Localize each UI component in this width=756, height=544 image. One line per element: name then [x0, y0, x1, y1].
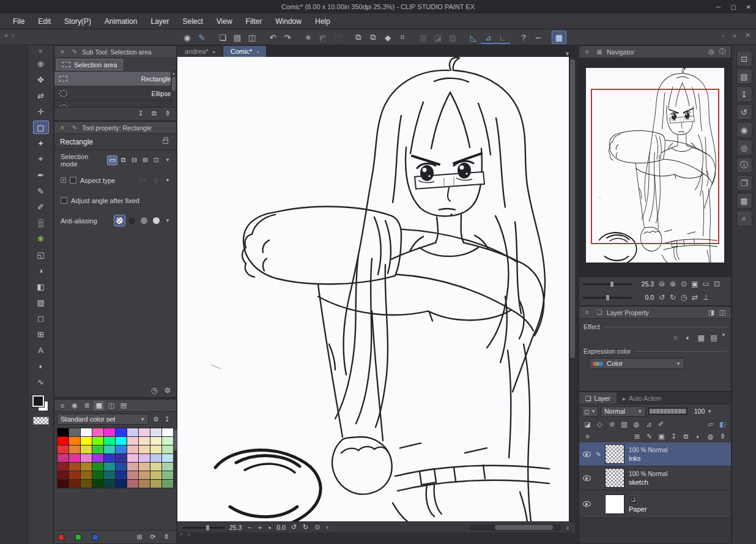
color-swatch[interactable] [116, 428, 127, 436]
panel-menu-icon[interactable]: ≡ [57, 124, 67, 131]
color-swatch[interactable] [127, 445, 138, 453]
tablet-mode-icon[interactable]: ▦ [552, 31, 566, 44]
color-swatch[interactable] [162, 445, 173, 453]
crop-icon[interactable]: ⌗ [395, 31, 410, 44]
color-swatch[interactable] [81, 428, 92, 436]
layer-visibility-toggle[interactable] [581, 475, 592, 481]
scrollbar-thumb[interactable] [174, 430, 177, 450]
rotate-left-icon[interactable]: ↺ [290, 523, 298, 531]
border-effect-icon[interactable]: ○ [670, 332, 681, 343]
help-icon[interactable]: ? [516, 31, 531, 44]
color-swatch[interactable] [162, 463, 173, 471]
blend-tool[interactable]: ◑ [33, 264, 49, 277]
color-swatch[interactable] [92, 437, 103, 445]
collapse-right2-icon[interactable]: › [720, 32, 726, 39]
fit-to-window-icon[interactable]: ▪ [267, 524, 272, 531]
snapshot-icon[interactable]: ▥ [416, 31, 431, 44]
rotate-right-icon[interactable]: ↻ [667, 292, 678, 303]
collapse-left-icon[interactable]: « [2, 31, 10, 39]
actual-size-icon[interactable]: ⊡ [711, 278, 722, 289]
layer-thumbnail[interactable] [605, 444, 624, 464]
color-swatch[interactable] [69, 437, 80, 445]
color-swatch[interactable] [127, 437, 138, 445]
auto-select-tool[interactable]: ✦ [33, 136, 49, 150]
aa-weak-icon[interactable] [127, 215, 137, 226]
rotate-right-icon[interactable]: ↻ [302, 523, 309, 531]
delete-layer-icon[interactable]: ⚱ [717, 431, 728, 442]
expander-icon[interactable]: + [61, 177, 66, 183]
zoom-out-button[interactable]: − [246, 524, 252, 531]
panel-menu-icon[interactable]: ≡ [582, 48, 592, 55]
opacity-stepper-icon[interactable]: ▼ [707, 409, 712, 414]
subtool-item[interactable]: Ellipse [54, 86, 176, 101]
color-swatch[interactable] [57, 428, 69, 436]
navigator-thumbnail-image[interactable] [586, 68, 724, 263]
color-swatch[interactable] [116, 445, 127, 453]
color-swatch[interactable] [116, 437, 127, 445]
lock-icon[interactable] [163, 140, 168, 144]
layer-palette-color-icon[interactable]: ◧ [717, 419, 728, 430]
minimize-button[interactable]: ─ [716, 4, 721, 10]
canvas-viewport[interactable] [177, 57, 569, 521]
color-swatch[interactable] [162, 454, 173, 462]
layer-row-inks[interactable]: ✎ 100 % Normal inks [579, 442, 731, 466]
color-swatch[interactable] [92, 480, 103, 488]
layer-list-mode-icon[interactable]: ≡ [582, 431, 593, 442]
color-swatch[interactable] [150, 428, 161, 436]
navigator-zoom-slider[interactable] [583, 280, 632, 288]
move-layer-tool[interactable]: ✛ [33, 105, 49, 118]
document-tab-andrea[interactable]: andrea* ● [177, 46, 223, 57]
color-swatch[interactable] [150, 463, 161, 471]
opacity-slider[interactable] [648, 408, 687, 415]
color-swatch[interactable] [92, 428, 103, 436]
fit-to-screen-icon[interactable]: ▣ [689, 278, 700, 289]
color-swatch[interactable] [69, 480, 80, 488]
colorset-menu-icon[interactable]: ≡ [57, 401, 68, 411]
move-canvas-tool[interactable]: ✥ [33, 73, 49, 86]
color-swatch[interactable] [139, 463, 150, 471]
add-selection-icon[interactable]: ⧉ [118, 155, 128, 165]
page-back-icon[interactable]: ⧉ [351, 31, 366, 44]
color-wheel-icon[interactable]: ◉ [69, 401, 80, 411]
fit-to-width-icon[interactable]: ▭ [700, 278, 711, 289]
zoom-out-icon[interactable]: ⊖ [656, 278, 667, 289]
aspect-length-icon[interactable]: ▯ [151, 176, 161, 185]
aspect-type-dropdown-icon[interactable]: ▼ [165, 177, 170, 183]
text-tool[interactable]: A [33, 343, 49, 357]
color-swatch[interactable] [104, 437, 115, 445]
aa-strong-icon[interactable] [151, 215, 161, 226]
color-swatch[interactable] [69, 454, 80, 462]
animation-tab-icon[interactable]: ◨ [706, 308, 717, 318]
new-vector-layer-icon[interactable]: ✎ [643, 431, 655, 442]
new-layer-folder-icon[interactable]: ▣ [656, 431, 667, 442]
subtract-selection-icon[interactable]: ⊟ [129, 155, 139, 165]
layer-visibility-toggle[interactable] [581, 501, 592, 507]
color-slider-icon[interactable]: ≣ [81, 401, 92, 411]
menu-view[interactable]: View [210, 15, 239, 28]
zoom-tool[interactable]: ⊕ [33, 57, 49, 70]
color-swatch[interactable] [139, 454, 150, 462]
zoom-slider[interactable] [182, 523, 225, 532]
mask-to-selection-icon[interactable]: ◍ [705, 431, 716, 442]
snap-special-ruler-icon[interactable]: ⊿ [481, 31, 495, 44]
blend-category-combo[interactable]: ◻▼ [582, 406, 598, 417]
layer-name[interactable]: sketch [629, 479, 667, 486]
fill-icon[interactable]: ◆ [380, 31, 395, 44]
collapse-right-icon[interactable]: » [731, 32, 738, 39]
approximate-color-icon[interactable]: ▤ [118, 401, 129, 411]
color-swatch[interactable] [92, 471, 103, 479]
color-swatch[interactable] [57, 471, 69, 479]
subview-tab-icon[interactable]: ◎ [706, 47, 717, 57]
color-swatch[interactable] [162, 471, 173, 479]
menu-filter[interactable]: Filter [239, 15, 269, 28]
navigator-rotation-slider[interactable] [583, 293, 632, 302]
color-swatch[interactable] [69, 428, 80, 436]
close-commandbar-icon[interactable]: ✕ [743, 31, 752, 39]
canvas-vertical-scrollbar[interactable] [569, 57, 575, 521]
aspect-ratio-icon[interactable]: ▭ [137, 176, 147, 185]
open-clip-studio-icon[interactable]: ✎ [195, 31, 209, 44]
color-swatch[interactable] [69, 463, 80, 471]
flip-horizontal-icon[interactable]: ⇄ [689, 292, 700, 303]
tab-auto-action[interactable]: ▸ Auto Action [617, 392, 667, 404]
menu-file[interactable]: File [6, 15, 31, 28]
